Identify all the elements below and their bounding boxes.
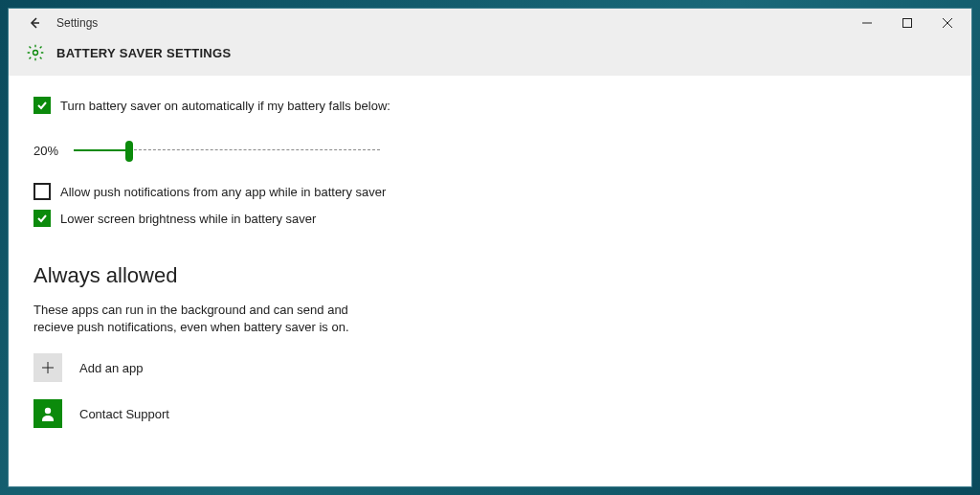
lower-brightness-label: Lower screen brightness while in battery… — [60, 212, 316, 226]
svg-point-2 — [45, 408, 51, 414]
gear-icon — [26, 43, 45, 62]
slider-thumb[interactable] — [125, 141, 133, 162]
maximize-button[interactable] — [887, 10, 927, 36]
page-header: BATTERY SAVER SETTINGS — [9, 37, 971, 76]
settings-window: Settings BATTERY SAVER SETTINGS Turn bat… — [8, 8, 972, 487]
auto-enable-checkbox[interactable] — [33, 97, 51, 114]
allow-push-checkbox[interactable] — [33, 183, 51, 200]
lower-brightness-row: Lower screen brightness while in battery… — [33, 210, 947, 227]
checkmark-icon — [36, 213, 48, 224]
back-arrow-icon — [28, 16, 41, 30]
threshold-row: 20% — [33, 141, 947, 160]
page-title: BATTERY SAVER SETTINGS — [56, 46, 231, 60]
allow-push-row: Allow push notifications from any app wh… — [33, 183, 947, 200]
checkmark-icon — [36, 100, 48, 111]
add-app-label: Add an app — [79, 361, 144, 375]
minimize-icon — [862, 18, 872, 28]
titlebar: Settings — [9, 9, 971, 37]
slider-track-filled — [74, 149, 129, 151]
slider-track-rest — [129, 149, 380, 151]
svg-point-1 — [33, 51, 38, 56]
minimize-button[interactable] — [847, 10, 887, 36]
content-area: Turn battery saver on automatically if m… — [9, 76, 971, 486]
add-app-row[interactable]: Add an app — [33, 353, 947, 382]
svg-rect-0 — [903, 19, 912, 28]
always-allowed-heading: Always allowed — [33, 263, 947, 288]
always-allowed-description: These apps can run in the background and… — [33, 302, 378, 336]
back-button[interactable] — [26, 14, 43, 32]
window-title: Settings — [56, 16, 98, 30]
allow-push-label: Allow push notifications from any app wh… — [60, 185, 386, 199]
contact-support-tile — [33, 399, 62, 428]
close-button[interactable] — [927, 10, 968, 36]
threshold-value: 20% — [33, 144, 62, 158]
plus-icon — [41, 361, 55, 374]
maximize-icon — [902, 18, 912, 28]
app-item-contact-support[interactable]: Contact Support — [33, 399, 947, 428]
lower-brightness-checkbox[interactable] — [33, 210, 51, 227]
auto-enable-row: Turn battery saver on automatically if m… — [33, 97, 947, 114]
app-item-label: Contact Support — [79, 407, 169, 421]
person-icon — [39, 405, 56, 422]
add-app-tile — [33, 353, 62, 382]
close-icon — [943, 18, 952, 28]
threshold-slider[interactable] — [74, 141, 380, 160]
auto-enable-label: Turn battery saver on automatically if m… — [60, 99, 390, 113]
